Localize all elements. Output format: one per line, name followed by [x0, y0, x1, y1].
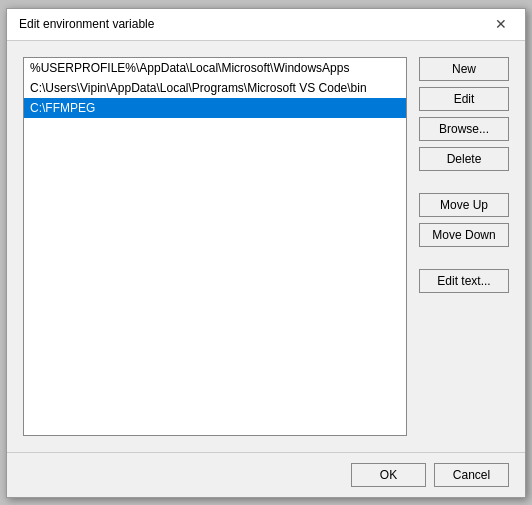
- edit-text-button[interactable]: Edit text...: [419, 269, 509, 293]
- spacer-2: [419, 253, 509, 263]
- env-variable-list[interactable]: %USERPROFILE%\AppData\Local\Microsoft\Wi…: [23, 57, 407, 436]
- close-button[interactable]: ✕: [489, 15, 513, 33]
- ok-button[interactable]: OK: [351, 463, 426, 487]
- edit-env-variable-dialog: Edit environment variable ✕ %USERPROFILE…: [6, 8, 526, 498]
- spacer-1: [419, 177, 509, 187]
- list-item[interactable]: %USERPROFILE%\AppData\Local\Microsoft\Wi…: [24, 58, 406, 78]
- move-down-button[interactable]: Move Down: [419, 223, 509, 247]
- cancel-button[interactable]: Cancel: [434, 463, 509, 487]
- new-button[interactable]: New: [419, 57, 509, 81]
- delete-button[interactable]: Delete: [419, 147, 509, 171]
- dialog-footer: OK Cancel: [7, 452, 525, 497]
- list-item[interactable]: C:\Users\Vipin\AppData\Local\Programs\Mi…: [24, 78, 406, 98]
- list-item[interactable]: C:\FFMPEG: [24, 98, 406, 118]
- move-up-button[interactable]: Move Up: [419, 193, 509, 217]
- buttons-panel: New Edit Browse... Delete Move Up Move D…: [419, 57, 509, 436]
- edit-button[interactable]: Edit: [419, 87, 509, 111]
- dialog-title: Edit environment variable: [19, 17, 154, 31]
- browse-button[interactable]: Browse...: [419, 117, 509, 141]
- dialog-body: %USERPROFILE%\AppData\Local\Microsoft\Wi…: [7, 41, 525, 452]
- title-bar: Edit environment variable ✕: [7, 9, 525, 41]
